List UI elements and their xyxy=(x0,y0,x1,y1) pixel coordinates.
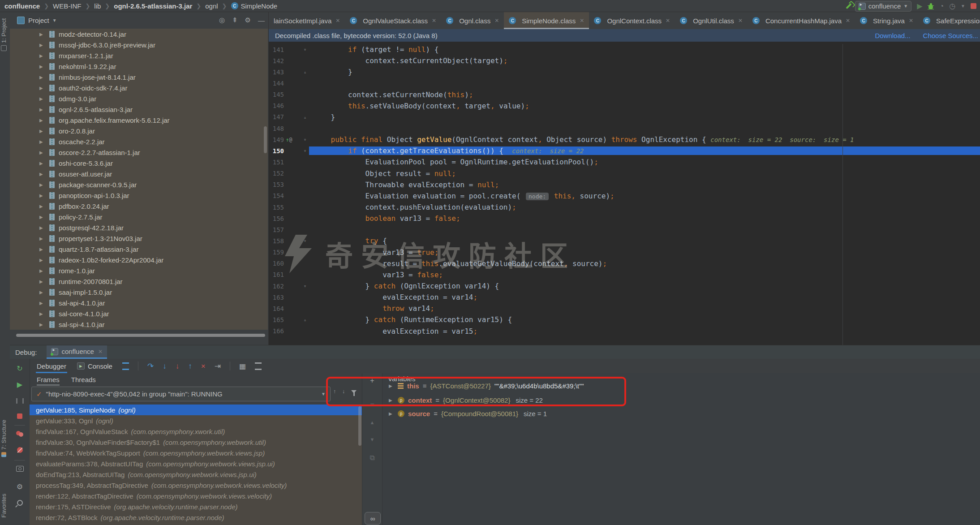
close-tab-icon[interactable]: ✕ xyxy=(580,17,584,24)
duplicate-watch-icon[interactable]: ⧉ xyxy=(362,454,382,462)
tree-item[interactable]: ▶oauth2-oidc-sdk-7.4.jar xyxy=(10,82,268,93)
close-tab-icon[interactable]: ✕ xyxy=(738,17,743,24)
expand-arrow-icon[interactable]: ▶ xyxy=(39,279,49,284)
expand-arrow-icon[interactable]: ▶ xyxy=(389,398,394,403)
expand-arrow-icon[interactable]: ▶ xyxy=(39,311,49,316)
gutter[interactable]: 149↑@▿ xyxy=(269,136,309,143)
gutter[interactable]: 162▿ xyxy=(269,283,309,290)
gutter[interactable]: 143▵ xyxy=(269,69,309,76)
gutter[interactable]: 142 xyxy=(269,57,309,65)
editor-tab[interactable]: COgnl.class✕ xyxy=(441,12,504,29)
expand-arrow-icon[interactable]: ▶ xyxy=(389,411,394,416)
stack-frame-row[interactable]: evaluateParams:378, AbstractUITag(com.op… xyxy=(30,458,362,469)
tab-debugger[interactable]: Debugger xyxy=(36,359,67,373)
expand-arrow-icon[interactable]: ▶ xyxy=(39,107,49,112)
tree-item[interactable]: ▶pdfbox-2.0.24.jar xyxy=(10,201,268,211)
tree-item[interactable]: ▶oscache-2.2.jar xyxy=(10,136,268,147)
editor-tab[interactable]: CSimpleNode.class✕ xyxy=(504,12,589,29)
settings-layout-icon[interactable] xyxy=(255,362,262,370)
sidebar-item-structure[interactable]: 7: Structure xyxy=(0,420,7,457)
gutter[interactable]: 152 xyxy=(269,170,309,177)
tree-horizontal-scrollbar[interactable] xyxy=(16,334,265,337)
stack-frame-row[interactable]: processTag:349, AbstractTagDirective(com… xyxy=(30,480,362,491)
filter-frames-icon[interactable] xyxy=(351,390,357,393)
sidebar-item-project[interactable]: 1: Project xyxy=(0,18,7,51)
stack-frame-row[interactable]: getRenderedTagBody:180, ApplyDecoratorDi… xyxy=(30,523,362,525)
expand-arrow-icon[interactable]: ▶ xyxy=(39,290,49,295)
previous-frame-icon[interactable]: ↑ xyxy=(333,388,336,395)
close-tab-icon[interactable]: ✕ xyxy=(909,17,913,24)
tree-item[interactable]: ▶ognl-2.6.5-atlassian-3.jar xyxy=(10,104,268,115)
breadcrumb-item[interactable]: ognl xyxy=(205,2,218,10)
profiler-button[interactable]: ◔ xyxy=(939,3,944,10)
close-tab-icon[interactable]: ✕ xyxy=(494,17,499,24)
gutter[interactable]: 146 xyxy=(269,102,309,109)
expand-arrow-icon[interactable]: ▶ xyxy=(39,43,49,47)
tree-item[interactable]: ▶mssql-jdbc-6.3.0.jre8-preview.jar xyxy=(10,39,268,50)
gutter[interactable]: 156 xyxy=(269,215,309,222)
gutter[interactable]: 161 xyxy=(269,271,309,278)
gutter[interactable]: 148 xyxy=(269,125,309,132)
locate-file-icon[interactable]: ◎ xyxy=(219,16,225,24)
move-watch-up-icon[interactable]: ▲ xyxy=(362,420,382,425)
breadcrumb-item[interactable]: ognl-2.6.5-atlassian-3.jar xyxy=(114,2,192,10)
editor-tab[interactable]: CString.java✕ xyxy=(855,12,918,29)
run-config-selector[interactable]: confluence ▼ xyxy=(855,1,911,12)
gutter[interactable]: 144 xyxy=(269,80,309,87)
thread-dump-camera-icon[interactable] xyxy=(10,465,30,473)
step-into-icon[interactable]: ↓ xyxy=(163,362,167,370)
expand-arrow-icon[interactable]: ▶ xyxy=(39,53,49,58)
tree-item[interactable]: ▶sal-spi-4.1.0.jar xyxy=(10,319,268,330)
tree-item[interactable]: ▶oro-2.0.8.jar xyxy=(10,125,268,136)
force-step-into-icon[interactable]: ↓ xyxy=(176,362,180,370)
stack-frame-row[interactable]: findValue:167, OgnlValueStack(com.opensy… xyxy=(30,426,362,437)
resume-icon[interactable]: ▶ xyxy=(10,380,30,389)
gutter[interactable]: 164 xyxy=(269,305,309,312)
expand-arrow-icon[interactable]: ▶ xyxy=(39,64,49,69)
tree-item[interactable]: ▶propertyset-1.3-21Nov03.jar xyxy=(10,233,268,244)
gutter[interactable]: 157 xyxy=(269,226,309,233)
gutter[interactable]: 150▿ xyxy=(269,147,309,155)
code-editor[interactable]: 141▿ if (target != null) {142 context.se… xyxy=(269,44,980,345)
tree-item[interactable]: ▶policy-2.7.5.jar xyxy=(10,211,268,222)
expand-arrow-icon[interactable]: ▶ xyxy=(39,301,49,306)
new-watch-icon[interactable]: + xyxy=(362,377,382,385)
expand-arrow-icon[interactable]: ▶ xyxy=(39,322,49,327)
chevron-down-icon[interactable]: ▼ xyxy=(52,18,57,23)
tab-frames[interactable]: Frames xyxy=(37,373,60,386)
stack-frame-row[interactable]: render:175, ASTDirective(org.apache.velo… xyxy=(30,501,362,512)
expand-arrow-icon[interactable]: ▶ xyxy=(39,258,49,262)
expand-arrow-icon[interactable]: ▶ xyxy=(39,161,49,166)
run-button[interactable]: ▶ xyxy=(917,3,922,10)
thread-selector[interactable]: ✓ "http-nio-8090-exec-4"@50,042 in group… xyxy=(31,387,331,401)
gear-icon[interactable]: ⚙ xyxy=(245,16,251,24)
gutter[interactable]: 163 xyxy=(269,294,309,301)
breadcrumb-item[interactable]: SimpleNode xyxy=(241,2,278,10)
run-more-chevron-icon[interactable]: ▼ xyxy=(961,4,965,9)
choose-sources-link[interactable]: Choose Sources... xyxy=(923,32,978,39)
editor-tab[interactable]: COgnlValueStack.class✕ xyxy=(345,12,441,29)
fold-marker-icon[interactable]: ▵ xyxy=(301,69,309,74)
expand-arrow-icon[interactable]: ▶ xyxy=(39,172,49,176)
evaluate-expression-icon[interactable]: ▦ xyxy=(239,362,246,370)
tree-item[interactable]: ▶radeox-1.0b2-forked-22Apr2004.jar xyxy=(10,254,268,265)
gutter[interactable]: 153 xyxy=(269,181,309,188)
debug-settings-gear-icon[interactable]: ⚙ xyxy=(10,482,30,491)
fold-marker-icon[interactable]: ▿ xyxy=(301,148,309,153)
expand-arrow-icon[interactable]: ▶ xyxy=(39,96,49,101)
gutter[interactable]: 165▵ xyxy=(269,316,309,323)
expand-arrow-icon[interactable]: ▶ xyxy=(39,215,49,219)
frames-scrollbar[interactable] xyxy=(358,406,361,446)
expand-arrow-icon[interactable]: ▶ xyxy=(39,139,49,144)
fold-marker-icon[interactable]: ▵ xyxy=(301,115,309,120)
editor-tab[interactable]: COgnlUtil.class✕ xyxy=(675,12,748,29)
remove-watch-icon[interactable]: − xyxy=(362,400,382,408)
move-watch-down-icon[interactable]: ▼ xyxy=(362,437,382,442)
view-breakpoints-icon[interactable] xyxy=(10,430,30,439)
variable-row[interactable]: ▶pcontext={OgnlContext@50082}size = 22 xyxy=(383,394,980,406)
download-link[interactable]: Download... xyxy=(875,32,910,39)
gutter[interactable]: 166 xyxy=(269,327,309,335)
fold-marker-icon[interactable]: ▵ xyxy=(301,317,309,322)
expand-arrow-icon[interactable]: ▶ xyxy=(39,182,49,187)
variable-row[interactable]: ▶psource={CompoundRoot@50081}size = 1 xyxy=(383,407,980,420)
